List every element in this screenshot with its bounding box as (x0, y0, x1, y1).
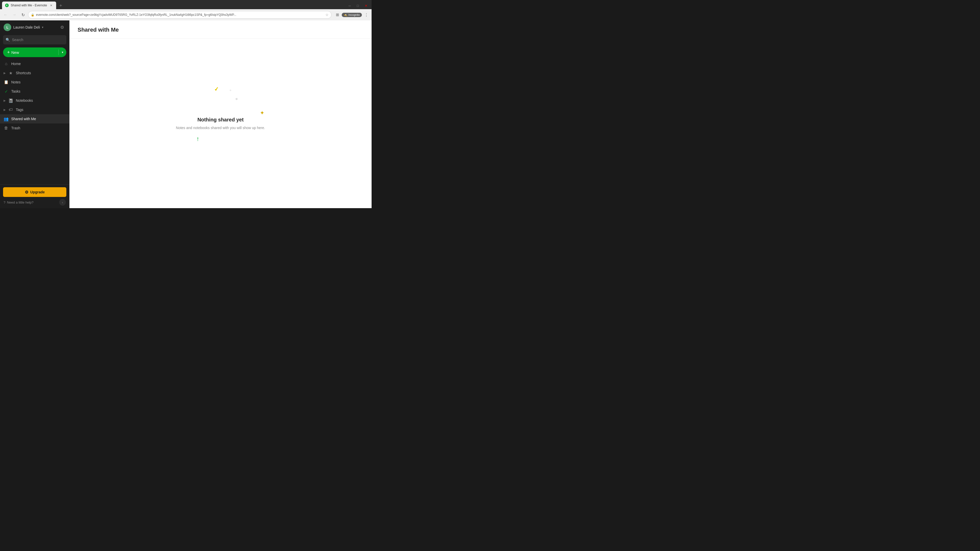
expand-icon: ▶ (3, 71, 6, 75)
sidebar-header: L Lauren Dale Deli ▾ ⚙ (0, 21, 69, 34)
sidebar-item-label: Tags (16, 108, 66, 112)
expand-icon: ▶ (3, 108, 6, 111)
reload-button[interactable]: ↻ (19, 11, 27, 18)
new-button-dropdown[interactable]: ▾ (59, 51, 66, 54)
deco-sparkle-icon: ✦ (260, 110, 264, 116)
tab-favicon: E (5, 3, 9, 7)
sidebar-item-notebooks[interactable]: ▶ 📓 Notebooks (0, 96, 69, 105)
deco-dot-2 (230, 89, 231, 91)
new-tab-button[interactable]: + (57, 2, 64, 9)
tasks-icon: ✓ (3, 89, 9, 94)
user-name: Lauren Dale Deli (13, 25, 40, 29)
tab-title: Shared with Me - Evernote (11, 3, 47, 7)
address-bar[interactable]: 🔒 evernote.com/client/web?_sourcePage=ze… (28, 11, 331, 19)
back-button[interactable]: ← (2, 11, 9, 18)
menu-icon[interactable]: ⋮ (363, 11, 369, 18)
chevron-down-icon: ▾ (42, 25, 43, 29)
lock-icon: 🔒 (31, 13, 35, 17)
star-icon: ★ (8, 71, 13, 76)
sidebar-item-label: Shared with Me (11, 117, 66, 121)
sidebar-item-tags[interactable]: ▶ 🏷 Tags (0, 105, 69, 114)
sidebar-item-tasks[interactable]: ✓ Tasks (0, 87, 69, 96)
empty-state: Nothing shared yet Notes and notebooks s… (176, 117, 265, 130)
avatar: L (3, 24, 11, 31)
sidebar: L Lauren Dale Deli ▾ ⚙ 🔍 Search + New ▾ … (0, 21, 69, 208)
incognito-badge: 🕵 Incognito (342, 13, 362, 17)
sidebar-item-label: Notes (11, 80, 66, 84)
address-text: evernote.com/client/web?_sourcePage=ze9b… (36, 13, 324, 17)
sidebar-item-trash[interactable]: 🗑 Trash (0, 124, 69, 133)
new-button-main[interactable]: + New (3, 50, 59, 55)
sidebar-item-shared[interactable]: 👥 Shared with Me (0, 114, 69, 124)
sidebar-item-label: Tasks (11, 89, 66, 94)
plus-icon: + (7, 50, 10, 55)
empty-state-subtitle: Notes and notebooks shared with you will… (176, 126, 265, 130)
help-row: ? Need a little help? ‹ (3, 197, 66, 206)
extensions-icon[interactable]: ⊞ (334, 11, 341, 18)
page-title: Shared with Me (78, 27, 363, 33)
deco-checkmark-icon: ✔ (214, 86, 220, 93)
active-tab[interactable]: E Shared with Me - Evernote ✕ (2, 2, 56, 9)
nav-items: ⌂ Home ▶ ★ Shortcuts 📋 Notes ✓ Tasks ▶ 📓… (0, 59, 69, 184)
new-button-label: New (11, 50, 19, 55)
sidebar-item-home[interactable]: ⌂ Home (0, 59, 69, 68)
minimize-button[interactable]: ─ (346, 2, 353, 9)
deco-dot-1 (235, 98, 238, 100)
notebooks-icon: 📓 (8, 98, 13, 103)
bookmark-icon[interactable]: ☆ (325, 13, 329, 17)
trash-icon: 🗑 (3, 126, 9, 130)
help-icon: ? (3, 200, 5, 204)
upgrade-button[interactable]: ⚙ Upgrade (3, 187, 66, 197)
user-menu[interactable]: L Lauren Dale Deli ▾ (3, 24, 43, 31)
expand-icon: ▶ (3, 99, 6, 102)
sidebar-item-shortcuts[interactable]: ▶ ★ Shortcuts (0, 68, 69, 78)
main-content: Shared with Me ✔ ✦ ↑ Nothing shared yet … (69, 21, 372, 208)
search-bar[interactable]: 🔍 Search (3, 35, 66, 44)
maximize-button[interactable]: □ (354, 2, 361, 9)
new-button[interactable]: + New ▾ (3, 48, 66, 57)
page-body: ✔ ✦ ↑ Nothing shared yet Notes and noteb… (69, 38, 372, 208)
tab-close-button[interactable]: ✕ (49, 3, 53, 7)
collapse-icon: ‹ (62, 200, 63, 204)
search-placeholder: Search (12, 38, 23, 42)
search-icon: 🔍 (6, 38, 10, 42)
shared-icon: 👥 (3, 117, 9, 121)
deco-arrow-icon: ↑ (196, 135, 199, 142)
upgrade-label: Upgrade (30, 190, 45, 194)
sidebar-item-notes[interactable]: 📋 Notes (0, 78, 69, 87)
help-link[interactable]: ? Need a little help? (3, 200, 33, 204)
notes-icon: 📋 (3, 80, 9, 84)
sidebar-item-label: Trash (11, 126, 66, 130)
sidebar-item-label: Shortcuts (16, 71, 66, 75)
sidebar-item-label: Notebooks (16, 98, 66, 103)
page-header: Shared with Me (69, 21, 372, 38)
close-button[interactable]: ✕ (363, 2, 369, 9)
upgrade-icon: ⚙ (25, 190, 28, 195)
sidebar-footer: ⚙ Upgrade ? Need a little help? ‹ (0, 184, 69, 208)
empty-state-title: Nothing shared yet (197, 117, 243, 123)
forward-button[interactable]: → (11, 11, 18, 18)
settings-button[interactable]: ⚙ (58, 24, 66, 31)
tags-icon: 🏷 (8, 107, 13, 112)
home-icon: ⌂ (3, 62, 9, 66)
help-label: Need a little help? (7, 200, 33, 204)
collapse-sidebar-button[interactable]: ‹ (59, 199, 66, 206)
sidebar-item-label: Home (11, 62, 66, 66)
